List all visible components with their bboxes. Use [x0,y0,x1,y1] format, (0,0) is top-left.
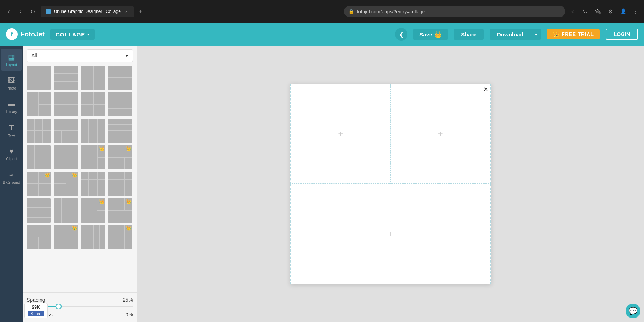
layout-thumb-21[interactable] [27,198,51,223]
forward-button[interactable]: › [15,6,26,17]
layout-thumb-10[interactable] [54,119,78,143]
layout-thumb-16[interactable]: 👑 [108,145,132,169]
layout-thumb-19[interactable] [81,172,105,196]
layout-thumb-5[interactable] [27,92,51,116]
extension-icon[interactable]: 🔌 [593,7,603,16]
crown-free-trial-icon: 👑 [553,31,560,37]
menu-icon[interactable]: ⋮ [631,7,640,16]
layout-thumb-6[interactable] [54,92,78,116]
premium-badge-icon: 👑 [126,225,132,231]
download-dropdown-button[interactable]: ▾ [531,29,541,40]
address-bar[interactable]: 🔒 fotojet.com/apps/?entry=collage [344,6,565,17]
clipart-icon: ♥ [9,147,14,155]
layout-thumb-24[interactable]: 👑 [108,198,132,223]
bkground-icon: ≈ [10,171,14,179]
tool-bkground[interactable]: ≈ BKGround [1,167,22,189]
tool-clipart[interactable]: ♥ Clipart [1,143,22,165]
layout-thumb-25[interactable] [27,225,51,249]
spacing-value: 25% [123,297,133,303]
layout-thumb-1[interactable] [27,66,51,90]
tool-text[interactable]: T Text [1,119,22,141]
profile-icon[interactable]: 👤 [618,7,628,16]
layout-thumb-7[interactable] [81,92,105,116]
library-icon: ▬ [8,100,15,108]
fotojet-logo-text: FotoJet [21,31,45,38]
fotojet-logo-icon: f [6,28,18,40]
refresh-button[interactable]: ↻ [27,6,38,17]
text-label: Text [8,134,15,138]
collage-canvas: ✕ + + + [290,84,491,284]
premium-badge-icon: 👑 [126,199,132,204]
url-text: fotojet.com/apps/?entry=collage [357,9,425,14]
tab-close-button[interactable]: × [124,9,129,14]
chat-icon: 💬 [629,307,638,315]
layout-thumb-27[interactable] [81,225,105,249]
tab-favicon [46,9,51,14]
canvas-cell-top-right[interactable]: + [391,84,491,184]
back-navigation-button[interactable]: ❮ [395,28,407,41]
collage-dropdown-button[interactable]: COLLAGE ▾ [50,29,95,40]
back-button[interactable]: ‹ [4,6,14,17]
chat-bubble-button[interactable]: 💬 [626,304,640,318]
active-tab[interactable]: Online Graphic Designer | Collage × [41,6,134,17]
free-trial-button[interactable]: 👑 FREE TRIAL [547,29,600,39]
add-photo-icon-bottom: + [388,229,393,239]
fb-count: 29K [32,305,40,310]
layout-thumb-20[interactable] [108,172,132,196]
layout-thumb-9[interactable] [27,119,51,143]
layout-grid: 👑 👑 👑 [27,66,133,249]
login-button[interactable]: LOGIN [606,29,638,40]
facebook-widget: 29K Share [24,303,48,318]
tool-library[interactable]: ▬ Library [1,96,22,118]
slider-thumb[interactable] [56,304,62,309]
tool-layout[interactable]: ▦ Layout [1,49,22,71]
shield-icon[interactable]: 🛡 [581,7,590,16]
app-header: f FotoJet COLLAGE ▾ ❮ Save 👑 Share Downl… [0,23,644,46]
photo-label: Photo [7,86,16,90]
layout-thumb-11[interactable] [81,119,105,143]
layout-thumb-12[interactable] [108,119,132,143]
layout-thumb-13[interactable] [27,145,51,169]
canvas-close-button[interactable]: ✕ [483,86,488,93]
tool-photo[interactable]: 🖼 Photo [1,72,22,94]
tools-sidebar: ▦ Layout 🖼 Photo ▬ Library T Text ♥ Clip… [0,46,23,322]
layout-thumb-26[interactable]: 👑 [54,225,78,249]
new-tab-button[interactable]: + [136,7,145,16]
layout-thumb-23[interactable]: 👑 [81,198,105,223]
layout-thumb-22[interactable] [54,198,78,223]
canvas-cell-bottom[interactable]: + [290,184,491,284]
download-dropdown-arrow-icon: ▾ [535,32,538,37]
save-label: Save [419,31,432,38]
layout-thumb-17[interactable]: 👑 [27,172,51,196]
spacing-row: Spacing 25% [27,297,133,303]
share-button[interactable]: Share [454,29,484,40]
layout-thumb-3[interactable] [81,66,105,90]
add-photo-icon-top-right: + [438,129,443,139]
sync-icon[interactable]: ⚙ [606,7,615,16]
filter-label: All [31,53,37,59]
layout-thumb-28[interactable]: 👑 [108,225,132,249]
collage-dropdown-arrow-icon: ▾ [87,32,90,36]
layout-thumb-4[interactable] [108,66,132,90]
roundness-value: 0% [126,312,133,318]
collage-label: COLLAGE [56,31,85,38]
premium-badge-icon: 👑 [99,146,105,151]
fb-share-button[interactable]: Share [28,311,44,316]
left-panel: All ▾ [23,46,137,322]
layout-thumb-14[interactable] [54,145,78,169]
photo-icon: 🖼 [8,76,15,85]
download-button[interactable]: Download [490,29,531,40]
layout-thumb-8[interactable] [108,92,132,116]
clipart-label: Clipart [6,157,17,161]
main-layout: ▦ Layout 🖼 Photo ▬ Library T Text ♥ Clip… [0,46,644,322]
layout-thumb-2[interactable] [54,66,78,90]
download-label: Download [497,31,524,38]
bookmark-icon[interactable]: ☆ [568,7,578,16]
lock-icon: 🔒 [349,9,354,14]
layout-thumb-18[interactable]: 👑 [54,172,78,196]
layout-thumb-15[interactable]: 👑 [81,145,105,169]
filter-dropdown[interactable]: All ▾ [27,49,133,62]
save-button[interactable]: Save 👑 [413,29,448,40]
canvas-cell-top-left[interactable]: + [290,84,391,184]
free-trial-label: FREE TRIAL [561,31,594,37]
